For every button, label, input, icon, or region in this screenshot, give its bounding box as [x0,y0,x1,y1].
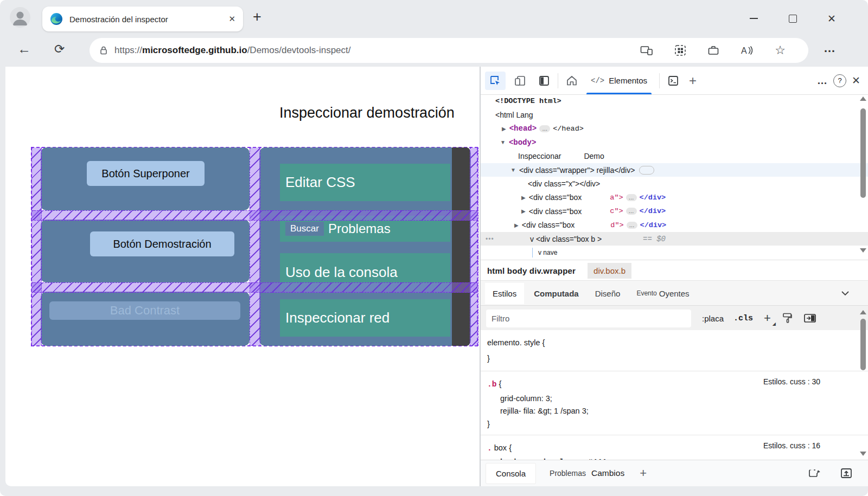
expand-arrow-icon[interactable]: ▶ [502,126,506,132]
devtools-close-button[interactable]: ✕ [852,74,860,87]
pseudo-state-toggle[interactable]: :placa [702,314,724,323]
breadcrumb-current[interactable]: div.box.b [588,263,631,279]
new-style-rule-button[interactable]: +◢ [764,311,771,325]
breadcrumb-path[interactable]: html body div.wrapper [487,266,576,275]
dom-row-box-d[interactable]: ▶ <div class="box d"> … </div> [481,218,868,232]
console-drawer-button[interactable] [663,72,684,90]
console-usage-link[interactable]: Uso de la consola [280,253,450,291]
overlay-button[interactable]: Botón Superponer [87,161,205,186]
toolbar-separator [558,73,558,88]
collapse-arrow-icon[interactable]: ▼ [510,167,516,173]
dom-row-head[interactable]: ▶ <head> … </head> [481,122,868,136]
scroll-down-icon[interactable] [860,452,866,456]
head-close-tag: </head> [553,125,584,133]
add-drawer-tab-button[interactable]: + [640,466,647,480]
scroll-down-icon[interactable] [860,248,866,253]
dom-row-box-b-selected[interactable]: ••• v <div class="box b > == $0 [481,232,868,246]
dom-row-wrapper[interactable]: ▼ <div class="wrapper"> rejilla</div> [481,163,868,177]
browser-menu-button[interactable]: … [824,41,836,55]
expand-arrow-icon[interactable]: ▶ [521,208,526,214]
bad-contrast-button[interactable]: Bad Contrast [49,301,240,320]
dom-row-nave[interactable]: v nave [481,246,868,259]
collapsed-content-pill[interactable]: … [626,208,637,215]
new-tab-button[interactable]: + [253,9,261,25]
clear-activity-icon[interactable] [807,467,820,479]
devtools-menu-button[interactable]: … [817,75,828,87]
collapsed-content-pill[interactable]: … [626,194,637,201]
home-button[interactable] [561,72,582,90]
device-emulation-button[interactable] [510,72,531,90]
rule-inline-style[interactable]: elemento. style { } [481,330,868,371]
collapsed-content-pill[interactable]: … [627,222,637,229]
find-issues-link[interactable]: Buscar Problemas [280,216,450,242]
edit-css-link[interactable]: Editar CSS [280,164,450,201]
tab-changes[interactable]: Cambios [591,468,624,478]
help-button[interactable]: ? [833,74,846,87]
grid-badge[interactable] [639,166,654,175]
profile-avatar[interactable] [10,7,30,28]
tab-console[interactable]: Consola [486,463,535,484]
dom-row-box-a[interactable]: ▶ <div class="box a"> … </div> [481,191,868,204]
class-toggle[interactable]: .cls [733,314,753,323]
dom-row-html[interactable]: <html Lang [481,108,868,121]
stylesheet-link[interactable]: Estilos. cuss : 16 [763,441,820,450]
box-open-text: <div class="box [522,221,575,229]
browser-tab[interactable]: Demostración del inspector ✕ [42,7,243,31]
read-aloud-icon[interactable]: A [741,45,754,56]
add-tab-button[interactable]: + [689,73,697,88]
reload-button[interactable]: ⟳ [54,43,65,55]
favorites-star-icon[interactable]: ☆ [775,44,786,56]
demo-button[interactable]: Botón Demostración [90,231,234,256]
tab-listeners[interactable]: Oyentes [659,289,690,298]
address-bar[interactable]: https://microsoftedge.github.io/Demos/de… [90,38,808,63]
dom-row-box-c[interactable]: ▶ <div class="box c"> … </div> [481,204,868,218]
devices-icon[interactable] [640,45,653,56]
more-actions-icon[interactable]: ••• [486,235,494,243]
dock-bottom-icon[interactable] [840,467,853,479]
minimize-button[interactable] [745,11,762,26]
property-grid-row[interactable]: rejilla- fila: &gt; 1 /span 3; [487,405,861,417]
property-grid-column[interactable]: grid-column: 3; [487,392,861,405]
inspect-element-button[interactable] [485,72,506,90]
rendering-button[interactable] [782,312,793,324]
chevron-down-icon[interactable] [841,291,850,296]
styles-scrollbar[interactable] [860,310,866,460]
dock-side-button[interactable] [534,72,554,90]
expand-arrow-icon[interactable]: ▶ [521,195,526,201]
tab-event-small[interactable]: Evento [636,289,656,297]
scroll-up-icon[interactable] [860,310,866,314]
filter-input[interactable] [486,310,691,327]
dom-row-doctype[interactable]: <!DOCTYPE html> [481,94,868,108]
dom-scrollbar[interactable] [860,96,866,256]
browser-window: Demostración del inspector ✕ + ✕ ← ⟳ htt… [0,0,868,496]
tab-issues[interactable]: Problemas [550,469,586,478]
maximize-button[interactable] [784,11,801,26]
workspaces-icon[interactable] [707,45,719,56]
lock-icon [99,46,108,55]
scrollbar-thumb[interactable] [860,319,866,370]
computed-sidebar-button[interactable] [803,313,816,324]
tab-computed[interactable]: Computada [534,289,579,298]
collections-icon[interactable] [674,44,686,56]
rule-b[interactable]: .b { Estilos. cuss : 30 grid-column: 3; … [481,371,868,435]
scrollbar-thumb[interactable] [860,108,866,198]
dom-row-body-text[interactable]: Inspeccionar Demo [481,150,868,163]
back-button[interactable]: ← [17,42,31,56]
inspect-network-link[interactable]: Inspeccionar red [280,299,450,337]
scroll-up-icon[interactable] [860,96,866,101]
dom-row-body[interactable]: ▼ <body> [481,136,868,149]
window-close-button[interactable]: ✕ [824,11,840,26]
expand-arrow-icon[interactable]: ▶ [514,222,519,228]
tab-close-icon[interactable]: ✕ [228,14,235,24]
url-prefix: https:// [114,45,142,55]
stylesheet-link[interactable]: Estilos. cuss : 30 [763,377,820,386]
tab-layout[interactable]: Diseño [595,289,621,298]
rule-box[interactable]: . box { Estilos. cuss : 16 background-co… [481,435,868,460]
dom-row-x[interactable]: <div class="x"></div> [481,177,868,190]
collapsed-content-pill[interactable]: … [539,125,550,132]
tab-styles[interactable]: Estilos [485,283,524,304]
b-selector: .b [487,380,496,389]
person-icon [10,7,30,28]
tab-elements[interactable]: </> Elementos [582,67,656,94]
collapse-arrow-icon[interactable]: ▼ [500,139,506,145]
